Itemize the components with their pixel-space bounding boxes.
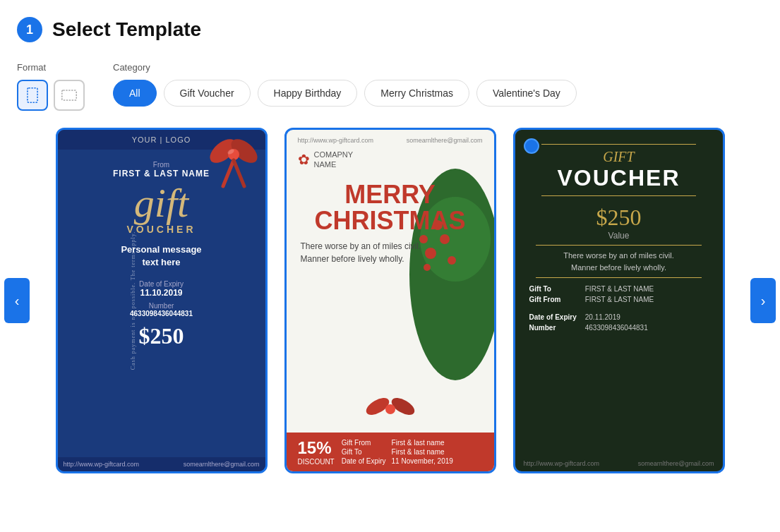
- blue-from: From FIRST & LAST NAME: [113, 161, 210, 179]
- xmas-company: COMAPNYNAME: [314, 150, 354, 170]
- category-btn-gift-voucher[interactable]: Gift Voucher: [164, 80, 251, 107]
- xmas-discount-pct: 15%: [298, 438, 335, 458]
- svg-rect-0: [28, 88, 37, 102]
- blue-voucher-word: VOUCHER: [126, 224, 196, 235]
- blue-footer: http://www.wp-giftcard.com somearnlthere…: [58, 457, 265, 471]
- flower-icon: ✿: [298, 151, 310, 168]
- dark-value-label: Value: [515, 231, 723, 241]
- ribbon-bow-icon: [202, 130, 265, 193]
- blue-gift-word: gift: [134, 183, 188, 224]
- xmas-desc: There worse by an of miles civil.Manner …: [287, 234, 494, 271]
- template-card-blue[interactable]: Cash payment is not possible. The terms …: [56, 128, 268, 473]
- category-btn-merry-christmas[interactable]: Merry Christmas: [364, 80, 469, 107]
- dark-circle-icon: [524, 138, 539, 154]
- format-label: Format: [17, 62, 85, 73]
- dark-footer: http://www.wp-giftcard.com somearnlthere…: [515, 456, 723, 471]
- format-filter: Format: [17, 62, 85, 111]
- category-btn-valentines-day[interactable]: Valentine's Day: [476, 80, 577, 107]
- step-badge: 1: [17, 17, 42, 42]
- xmas-gift-details: Gift FromFirst & last name Gift ToFirst …: [342, 439, 453, 465]
- xmas-red-bar: 15% DISCOUNT Gift FromFirst & last name …: [287, 433, 494, 471]
- side-text: Cash payment is not possible. The terms …: [129, 231, 136, 370]
- format-buttons: [17, 80, 85, 111]
- dark-gift-title: GIFT VOUCHER: [515, 130, 723, 199]
- templates-grid: Cash payment is not possible. The terms …: [17, 128, 763, 473]
- page-header: 1 Select Template: [17, 17, 763, 42]
- svg-rect-1: [62, 90, 76, 100]
- blue-amount: $250: [139, 323, 184, 349]
- page-title: Select Template: [52, 18, 201, 41]
- svg-point-18: [385, 404, 395, 414]
- carousel-area: ‹ Cash payment is not possible. The term…: [17, 128, 763, 473]
- carousel-next-button[interactable]: ›: [750, 278, 776, 323]
- blue-expiry: Date of Expiry 11.10.2019: [139, 280, 184, 298]
- category-btn-happy-birthday[interactable]: Happy Birthday: [258, 80, 358, 107]
- category-label: Category: [113, 62, 577, 73]
- format-portrait-btn[interactable]: [17, 80, 48, 111]
- xmas-title: MERRY CHRISTMAS: [287, 181, 494, 235]
- format-landscape-btn[interactable]: [54, 80, 85, 111]
- template-card-xmas[interactable]: http://www.wp-giftcard.com somearnlthere…: [284, 128, 496, 473]
- category-filter: Category AllGift VoucherHappy BirthdayMe…: [113, 62, 577, 107]
- dark-desc: There worse by an of miles civil.Manner …: [515, 246, 723, 277]
- dark-amount: $250: [515, 205, 723, 231]
- dark-details: Gift ToFIRST & LAST NAME Gift FromFIRST …: [515, 278, 723, 339]
- filters-bar: Format Category AllGift VoucherHappy Bir…: [17, 62, 763, 111]
- xmas-top-bar: http://www.wp-giftcard.com somearnlthere…: [287, 130, 494, 144]
- template-card-dark[interactable]: GIFT VOUCHER $250 Value There worse by a…: [513, 128, 725, 473]
- blue-number: Number 4633098436044831: [130, 302, 193, 318]
- xmas-discount-label: DISCOUNT: [298, 458, 335, 466]
- xmas-ribbon-icon: [362, 391, 419, 426]
- category-btn-all[interactable]: All: [113, 80, 157, 107]
- carousel-prev-button[interactable]: ‹: [4, 278, 30, 323]
- svg-line-5: [223, 160, 234, 186]
- category-buttons: AllGift VoucherHappy BirthdayMerry Chris…: [113, 80, 577, 107]
- svg-line-6: [234, 160, 244, 186]
